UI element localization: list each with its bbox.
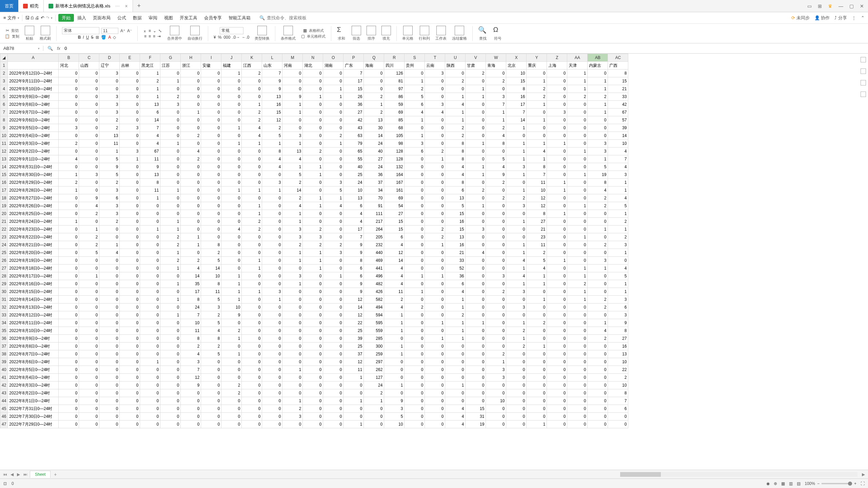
cell[interactable]: 0 — [59, 296, 79, 304]
cell[interactable]: 0 — [588, 413, 608, 421]
cell[interactable]: 232 — [364, 241, 384, 249]
cell[interactable]: 0 — [242, 148, 262, 155]
cell[interactable]: 0 — [425, 413, 445, 421]
cell[interactable]: 0 — [486, 343, 506, 350]
cell[interactable]: 0 — [201, 70, 221, 77]
cell[interactable]: 0 — [588, 70, 608, 77]
cell[interactable]: 9 — [221, 311, 242, 319]
cell[interactable]: 5 — [445, 202, 466, 210]
cell[interactable]: 1 — [242, 140, 262, 148]
cell[interactable]: 0 — [323, 109, 343, 116]
cell[interactable]: 0 — [466, 296, 486, 304]
row-header-47[interactable]: 47 — [0, 421, 8, 428]
cell[interactable]: 6 — [405, 148, 425, 155]
cell[interactable]: 0 — [79, 327, 99, 335]
cell[interactable]: 0 — [242, 319, 262, 327]
cell[interactable]: 4 — [384, 241, 405, 249]
cell[interactable]: 9 — [343, 280, 364, 288]
cell[interactable]: 0 — [59, 148, 79, 155]
cell[interactable] — [8, 62, 59, 70]
cell[interactable]: 1 — [506, 335, 527, 343]
cell[interactable]: 0 — [120, 350, 140, 358]
cell[interactable]: 3 — [506, 304, 527, 311]
cell[interactable]: 86 — [384, 93, 405, 101]
cell[interactable]: 0 — [486, 148, 506, 155]
cell[interactable]: 0 — [405, 389, 425, 397]
cell[interactable]: 40 — [364, 148, 384, 155]
cell[interactable]: 0 — [221, 241, 242, 249]
cell[interactable]: 1 — [303, 249, 323, 257]
cell[interactable]: 127 — [364, 374, 384, 382]
cell[interactable]: 1 — [405, 288, 425, 296]
cell[interactable]: 0 — [588, 210, 608, 218]
menu-item-1[interactable]: 插入 — [74, 14, 90, 22]
print-icon[interactable]: 🖨 — [35, 15, 39, 20]
cell[interactable]: 0 — [120, 257, 140, 265]
cell[interactable]: 7 — [343, 70, 364, 77]
italic-icon[interactable]: I — [83, 35, 84, 40]
cell[interactable]: 0 — [221, 265, 242, 272]
cell[interactable]: 2022年9月6日0—24时 — [8, 116, 59, 124]
cell[interactable]: 0 — [221, 85, 242, 93]
cell[interactable]: 2 — [181, 343, 201, 350]
cell[interactable]: 0 — [79, 335, 99, 343]
cell[interactable]: 441 — [364, 265, 384, 272]
cell[interactable]: 0 — [79, 116, 99, 124]
cond-format-button[interactable]: 条件格式 — [279, 26, 297, 41]
cell[interactable]: 0 — [547, 413, 567, 421]
cell[interactable]: 0 — [79, 280, 99, 288]
undo-icon[interactable]: ↶ — [41, 15, 44, 20]
cell[interactable]: 0 — [527, 132, 547, 140]
cell[interactable]: 2022年9月9日0—24时 — [8, 93, 59, 101]
cell[interactable]: 1 — [262, 140, 282, 148]
cell[interactable]: 0 — [323, 319, 343, 327]
cell[interactable]: 15 — [445, 226, 466, 233]
cell[interactable]: 8 — [201, 335, 221, 343]
cell[interactable]: 0 — [242, 335, 262, 343]
cell[interactable]: 0 — [160, 163, 181, 171]
cell[interactable]: 8 — [506, 85, 527, 93]
cell[interactable]: 8 — [608, 327, 628, 335]
cell[interactable]: 10 — [486, 397, 506, 405]
row-header-6[interactable]: 6 — [0, 101, 8, 109]
font-name-combo[interactable]: 宋体 — [62, 27, 99, 34]
cell[interactable]: 0 — [547, 116, 567, 124]
cell[interactable]: 2022年8月31日0—24时 — [8, 163, 59, 171]
cell[interactable]: 1 — [140, 70, 160, 77]
cell[interactable]: 1 — [445, 109, 466, 116]
cell[interactable]: 0 — [547, 405, 567, 413]
cell[interactable]: 0 — [303, 101, 323, 109]
cell[interactable]: 1 — [160, 77, 181, 85]
cell[interactable]: 3 — [425, 70, 445, 77]
cell[interactable]: 1 — [527, 101, 547, 109]
cell[interactable]: 12 — [527, 202, 547, 210]
cut-icon[interactable]: ✂ — [6, 28, 9, 33]
cell[interactable]: 67 — [140, 148, 160, 155]
cell[interactable]: 3 — [99, 93, 120, 101]
cell[interactable]: 0 — [547, 93, 567, 101]
cell[interactable]: 0 — [527, 350, 547, 358]
cell[interactable]: 0 — [181, 194, 201, 202]
cell[interactable]: 3 — [262, 179, 282, 187]
cell[interactable]: 0 — [242, 194, 262, 202]
cell[interactable]: 0 — [425, 116, 445, 124]
cell[interactable]: 0 — [608, 421, 628, 428]
cell[interactable]: 0 — [79, 155, 99, 163]
cell[interactable]: 0 — [59, 304, 79, 311]
view-break-icon[interactable]: ▤ — [797, 481, 801, 486]
cell[interactable]: 2022年8月18日0—24时 — [8, 265, 59, 272]
cell[interactable]: 2 — [445, 77, 466, 85]
cell[interactable]: 0 — [527, 405, 547, 413]
cell[interactable]: 2022年8月12日0—24时 — [8, 311, 59, 319]
cell[interactable]: 0 — [262, 374, 282, 382]
cell[interactable]: 59 — [384, 101, 405, 109]
decrease-font-icon[interactable]: A⁻ — [127, 28, 132, 33]
add-sheet-button[interactable]: + — [52, 472, 59, 477]
cell[interactable]: 0 — [547, 70, 567, 77]
cell[interactable]: 0 — [79, 304, 99, 311]
cell[interactable]: 2 — [181, 155, 201, 163]
cell[interactable]: 2 — [588, 202, 608, 210]
cell[interactable]: 0 — [384, 366, 405, 374]
cell[interactable]: 2022年8月25日0—24时 — [8, 210, 59, 218]
sidepanel-icon-3[interactable] — [861, 80, 866, 85]
